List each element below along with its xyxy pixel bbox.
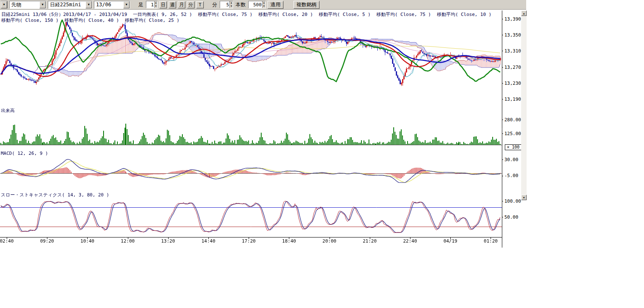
x-axis-label: 18:40: [282, 238, 296, 244]
bars-count-input[interactable]: [249, 1, 262, 8]
volume-multiplier-badge: × 100: [505, 144, 522, 150]
bars-count-stepper[interactable]: ▲▼: [248, 1, 266, 8]
bars-count-label: 本数: [235, 1, 247, 8]
contract-select[interactable]: 13/06 ▼: [94, 1, 130, 9]
minute-input[interactable]: [220, 1, 229, 8]
period-tick-button[interactable]: T: [196, 1, 204, 8]
x-axis-label: 02:40: [0, 238, 14, 244]
triangle-up-icon: ▲: [523, 12, 525, 15]
x-axis-label: 21:20: [363, 238, 377, 244]
spinner-arrows-icon[interactable]: ▲▼: [229, 1, 233, 8]
period-week-button[interactable]: 週: [169, 1, 176, 8]
chevron-down-icon: ▼: [86, 1, 92, 8]
bar-count-input[interactable]: [146, 1, 154, 8]
symbol-select[interactable]: 日経225mini ▼: [48, 1, 92, 9]
spinner-arrows-icon[interactable]: ▲▼: [154, 1, 157, 8]
bar-type-label: 足: [138, 1, 144, 8]
market-select-value: 先物: [11, 1, 21, 8]
x-axis-label: 10:40: [80, 238, 94, 244]
multi-symbol-button[interactable]: 複数銘柄: [293, 1, 319, 9]
volume-pane-label: 出来高: [1, 107, 15, 114]
x-axis-label: 09:20: [40, 238, 54, 244]
x-axis-label: 22:40: [403, 238, 417, 244]
app-window: ▼ 先物 ▼ 日経225mini ▼ 13/06 ▼ 足 ▲▼ 日 週 月 分 …: [0, 0, 644, 308]
contract-select-value: 13/06: [96, 2, 111, 8]
chevron-down-icon: ▼: [39, 1, 46, 8]
scroll-down-button[interactable]: ▼: [521, 195, 527, 200]
x-axis-label: 13:20: [161, 238, 175, 244]
period-minute-button[interactable]: 分: [187, 1, 195, 8]
triangle-down-icon: ▼: [523, 196, 525, 199]
x-axis-label: 01:20: [484, 238, 498, 244]
x-axis-label: 14:40: [201, 238, 215, 244]
x-axis-label: 20:00: [322, 238, 336, 244]
stoch-axis-label: 50.00: [504, 214, 525, 220]
stochastics-pane-label: スロー・ストキャスティクス( 14, 3, 80, 20 ): [1, 192, 109, 198]
period-month-button[interactable]: 月: [178, 1, 185, 8]
x-axis-label: 12:00: [121, 238, 135, 244]
vertical-scrollbar[interactable]: [521, 10, 527, 200]
symbol-select-value: 日経225mini: [50, 1, 81, 8]
macd-pane-label: MACD( 12, 26, 9 ): [1, 151, 48, 156]
chevron-down-icon: ▼: [123, 1, 130, 8]
toolbar: ▼ 先物 ▼ 日経225mini ▼ 13/06 ▼ 足 ▲▼ 日 週 月 分 …: [0, 0, 526, 10]
scroll-up-button[interactable]: ▲: [521, 10, 527, 16]
bar-count-stepper[interactable]: ▲▼: [146, 1, 158, 8]
apply-button[interactable]: 適用: [267, 1, 283, 9]
corner-dropdown[interactable]: ▼: [1, 1, 8, 8]
market-select[interactable]: 先物 ▼: [9, 1, 46, 9]
minute-label: 分: [211, 1, 218, 8]
period-day-button[interactable]: 日: [159, 1, 167, 8]
spinner-arrows-icon[interactable]: ▲▼: [262, 1, 265, 8]
chevron-down-icon: ▼: [1, 1, 7, 8]
chart-canvas[interactable]: [0, 10, 503, 248]
minute-stepper[interactable]: ▲▼: [220, 1, 233, 8]
x-axis-label: 17:20: [242, 238, 256, 244]
x-axis-label: 04/19: [444, 238, 457, 244]
